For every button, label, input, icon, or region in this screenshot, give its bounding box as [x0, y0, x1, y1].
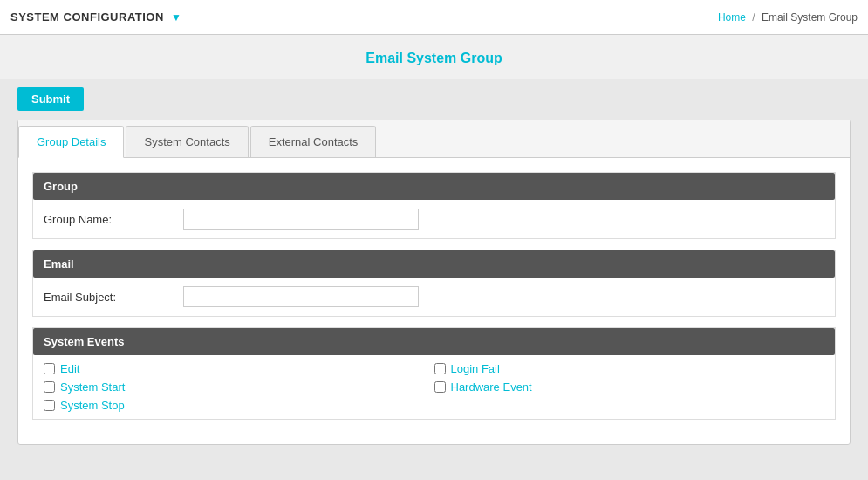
group-name-label: Group Name:: [44, 213, 183, 226]
checkbox-edit-label: Edit: [60, 362, 79, 375]
checkbox-login-fail: Login Fail: [434, 362, 825, 375]
tab-group-details-label: Group Details: [37, 135, 106, 148]
checkbox-hardware-event-input[interactable]: [434, 381, 446, 393]
group-name-input[interactable]: [183, 209, 419, 230]
tab-external-contacts-label: External Contacts: [269, 135, 359, 148]
email-subject-row: Email Subject:: [33, 278, 835, 316]
checkbox-edit: Edit: [44, 362, 434, 375]
breadcrumb-home[interactable]: Home: [718, 11, 746, 24]
tabs: Group Details System Contacts External C…: [18, 120, 850, 158]
checkbox-system-start-label: System Start: [60, 381, 125, 394]
tab-content: Group Group Name: Email Email Subject:: [18, 158, 850, 444]
checkbox-hardware-event: Hardware Event: [434, 381, 825, 394]
group-name-row: Group Name:: [33, 200, 835, 238]
breadcrumb: Home / Email System Group: [718, 11, 858, 24]
tab-external-contacts[interactable]: External Contacts: [250, 126, 377, 157]
system-events-header: System Events: [33, 328, 835, 355]
nav-title: SYSTEM CONFIGURATION: [10, 10, 164, 24]
system-events-section: System Events Edit Login Fail System Sta…: [32, 327, 836, 420]
checkbox-login-fail-label: Login Fail: [451, 362, 500, 375]
card: Group Details System Contacts External C…: [17, 120, 851, 445]
email-section-header: Email: [33, 250, 835, 278]
breadcrumb-current: Email System Group: [762, 11, 858, 24]
submit-button[interactable]: Submit: [17, 87, 84, 111]
checkbox-login-fail-input[interactable]: [434, 363, 446, 374]
group-section: Group Group Name:: [32, 172, 836, 239]
main-content: Group Details System Contacts External C…: [0, 120, 868, 463]
email-subject-input[interactable]: [183, 286, 419, 307]
page-title-area: Email System Group: [0, 35, 868, 79]
group-section-header: Group: [33, 173, 835, 200]
action-bar: Submit: [0, 79, 868, 120]
breadcrumb-sep: /: [752, 11, 755, 24]
tab-system-contacts[interactable]: System Contacts: [126, 126, 248, 157]
checkbox-hardware-event-label: Hardware Event: [451, 381, 532, 394]
checkbox-system-start: System Start: [44, 381, 434, 394]
email-subject-label: Email Subject:: [44, 291, 183, 304]
email-section: Email Email Subject:: [32, 250, 836, 317]
checkbox-system-stop-input[interactable]: [44, 400, 55, 411]
checkbox-grid: Edit Login Fail System Start Hardware Ev…: [33, 355, 835, 419]
checkbox-system-stop-label: System Stop: [60, 399, 125, 412]
checkbox-system-stop: System Stop: [44, 399, 434, 412]
checkbox-system-start-input[interactable]: [44, 381, 55, 393]
nav-dropdown-icon[interactable]: ▼: [171, 11, 181, 24]
tab-group-details[interactable]: Group Details: [18, 126, 124, 158]
nav-left: SYSTEM CONFIGURATION ▼: [10, 10, 181, 24]
top-nav: SYSTEM CONFIGURATION ▼ Home / Email Syst…: [0, 0, 868, 35]
checkbox-edit-input[interactable]: [44, 363, 55, 374]
page-title: Email System Group: [366, 51, 502, 65]
tab-system-contacts-label: System Contacts: [144, 135, 229, 148]
